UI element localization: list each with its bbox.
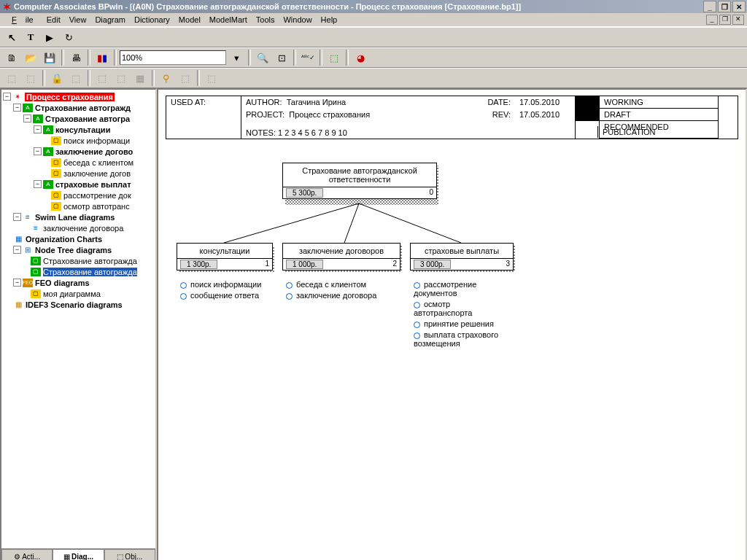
menu-help[interactable]: Help <box>317 15 342 25</box>
toolbar-1: ↖ T ▶ ↻ <box>0 27 747 47</box>
tb3-1[interactable]: ⬚ <box>3 69 20 87</box>
menu-modelmart[interactable]: ModelMart <box>205 15 252 25</box>
zoom-fit-icon[interactable]: ⊡ <box>273 49 290 66</box>
menu-view[interactable]: View <box>65 15 91 25</box>
lock-icon[interactable]: 🔒 <box>48 69 66 87</box>
maximize-button[interactable]: ❐ <box>718 1 731 12</box>
tb3-5[interactable]: ⬚ <box>93 69 111 87</box>
tb3-2[interactable]: ⬚ <box>22 69 39 87</box>
menu-window[interactable]: Window <box>279 15 316 25</box>
bullets-3: рассмотрение документов осмотр автотранс… <box>414 278 501 350</box>
tree-item[interactable]: поиск информаци <box>63 136 130 145</box>
tree-item[interactable]: Organization Charts <box>26 235 102 244</box>
bullets-2: беседа с клиентомзаключение договора <box>286 278 403 302</box>
spellcheck-icon[interactable]: ᴬᴮᶜ✓ <box>299 49 317 66</box>
tb3-6[interactable]: ⬚ <box>112 69 130 87</box>
tree-item[interactable]: заключение догово <box>55 147 133 156</box>
tree-item[interactable]: страховые выплат <box>55 180 131 189</box>
tree-item[interactable]: заключение догов <box>63 169 131 178</box>
report-icon[interactable]: ▮▮ <box>93 49 111 66</box>
tab-diagrams[interactable]: ▦Diag... <box>53 549 104 560</box>
tree-root[interactable]: Процесс страхования <box>25 93 115 101</box>
zoom-dropdown[interactable]: ▾ <box>228 49 245 66</box>
tree-item[interactable]: консультации <box>55 125 110 134</box>
svg-line-0 <box>224 203 359 243</box>
tab-activities[interactable]: ⚙Acti... <box>1 549 53 560</box>
idef-header: USED AT: AUTHOR: Тагачина Ирина DATE:17.… <box>166 96 738 139</box>
menu-model[interactable]: Model <box>174 15 205 25</box>
tree-item[interactable]: Страхование автогражд <box>35 104 131 112</box>
diagram-canvas[interactable]: USED AT: AUTHOR: Тагачина Ирина DATE:17.… <box>157 88 747 560</box>
minimize-button[interactable]: _ <box>703 1 716 12</box>
bullets-1: поиск информациисообщение ответа <box>180 278 282 302</box>
svg-line-1 <box>344 203 359 243</box>
tree-item[interactable]: Страхование автогра <box>45 114 130 123</box>
tree-item[interactable]: заключение договора <box>43 224 123 233</box>
tab-objects[interactable]: ⬚Obj... <box>104 549 155 560</box>
zoom-in-icon[interactable]: 🔍 <box>254 49 271 66</box>
tree-view[interactable]: −✶Процесс страхования −AСтрахование авто… <box>1 90 155 548</box>
window-titlebar: ✶ Computer Associates BPwin - [(A0N) Стр… <box>0 0 747 13</box>
tb3-4[interactable]: ⬚ <box>67 69 85 87</box>
tree-item-selected[interactable]: Страхование автогражда <box>43 268 137 276</box>
used-at-label: USED AT: <box>166 96 241 139</box>
print-icon[interactable]: 🖶 <box>67 49 85 66</box>
tb3-7[interactable]: ▦ <box>131 69 149 87</box>
toolbar-3: ⬚ ⬚ 🔒 ⬚ ⬚ ⬚ ▦ ⚲ ⬚ ⬚ <box>0 68 747 88</box>
child-node-3[interactable]: страховые выплаты 3 000р.3 <box>410 243 514 271</box>
model-explorer-icon[interactable]: ⬚ <box>325 49 343 66</box>
tree-item[interactable]: FEO diagrams <box>35 279 90 287</box>
menu-edit[interactable]: Edit <box>42 15 65 25</box>
child-node-1[interactable]: консультации 1 300р.1 <box>177 243 273 271</box>
save-icon[interactable]: 💾 <box>41 49 58 66</box>
tb3-10[interactable]: ⬚ <box>203 69 220 87</box>
new-icon[interactable]: 🗎 <box>3 49 20 66</box>
tree-item[interactable]: осмотр автотранс <box>63 202 130 211</box>
expand-icon[interactable]: − <box>3 93 11 101</box>
menu-bar: File Edit View Diagram Dictionary Model … <box>0 13 747 27</box>
tree-item[interactable]: IDEF3 Scenario diagrams <box>26 300 123 309</box>
model-explorer: −✶Процесс страхования −AСтрахование авто… <box>0 88 157 560</box>
tree-item[interactable]: беседа с клиентом <box>63 158 133 167</box>
tb3-9[interactable]: ⬚ <box>177 69 194 87</box>
tree-item[interactable]: Страхование автогражда <box>43 257 137 265</box>
text-tool[interactable]: T <box>22 28 39 46</box>
menu-dictionary[interactable]: Dictionary <box>130 15 174 25</box>
menu-tools[interactable]: Tools <box>252 15 279 25</box>
menu-diagram[interactable]: Diagram <box>90 15 130 25</box>
open-icon[interactable]: 📂 <box>22 49 39 66</box>
app-icon: ✶ <box>1 1 12 12</box>
tb3-8[interactable]: ⚲ <box>158 69 175 87</box>
menu-file[interactable]: File <box>3 15 42 25</box>
sidebar-tabs: ⚙Acti... ▦Diag... ⬚Obj... <box>1 548 155 560</box>
mdi-minimize[interactable]: _ <box>706 15 718 25</box>
tree-item[interactable]: Node Tree diagrams <box>35 246 112 254</box>
toolbar-2: 🗎 📂 💾 🖶 ▮▮ ▾ 🔍 ⊡ ᴬᴮᶜ✓ ⬚ ◕ <box>0 47 747 68</box>
mdi-restore[interactable]: ❐ <box>719 15 731 25</box>
svg-line-2 <box>359 203 461 243</box>
tree-item[interactable]: рассмотрение док <box>63 191 131 200</box>
tree-item[interactable]: моя диаграмма <box>43 289 101 298</box>
properties-icon[interactable]: ◕ <box>352 49 369 66</box>
zoom-combo[interactable] <box>120 50 226 65</box>
child-node-2[interactable]: заключение договоров 1 000р.2 <box>282 243 400 271</box>
tree-item[interactable]: Swim Lane diagrams <box>35 213 115 222</box>
window-title: Computer Associates BPwin - [(A0N) Страх… <box>14 2 521 11</box>
mdi-close[interactable]: ✕ <box>732 15 744 25</box>
refresh-icon[interactable]: ↻ <box>60 28 77 46</box>
pointer-tool[interactable]: ↖ <box>3 28 20 46</box>
play-icon[interactable]: ▶ <box>41 28 58 46</box>
close-button[interactable]: ✕ <box>732 1 746 12</box>
